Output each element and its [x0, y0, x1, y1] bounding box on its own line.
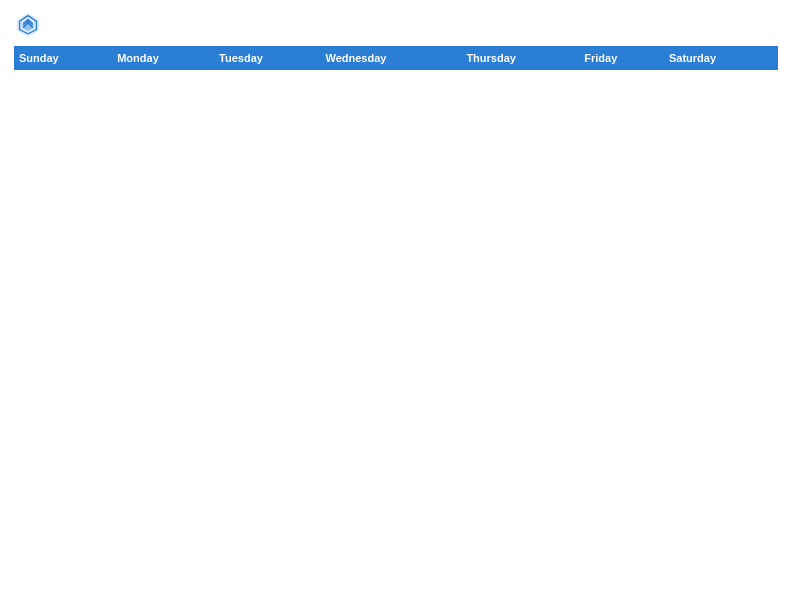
weekday-saturday: Saturday [664, 47, 777, 70]
logo-icon [14, 10, 42, 38]
page: SundayMondayTuesdayWednesdayThursdayFrid… [0, 0, 792, 612]
weekday-header-row: SundayMondayTuesdayWednesdayThursdayFrid… [15, 47, 778, 70]
weekday-sunday: Sunday [15, 47, 113, 70]
header [14, 10, 778, 38]
weekday-friday: Friday [580, 47, 665, 70]
calendar: SundayMondayTuesdayWednesdayThursdayFrid… [14, 46, 778, 70]
logo [14, 10, 46, 38]
weekday-wednesday: Wednesday [321, 47, 462, 70]
weekday-thursday: Thursday [462, 47, 580, 70]
weekday-monday: Monday [113, 47, 215, 70]
weekday-tuesday: Tuesday [215, 47, 321, 70]
